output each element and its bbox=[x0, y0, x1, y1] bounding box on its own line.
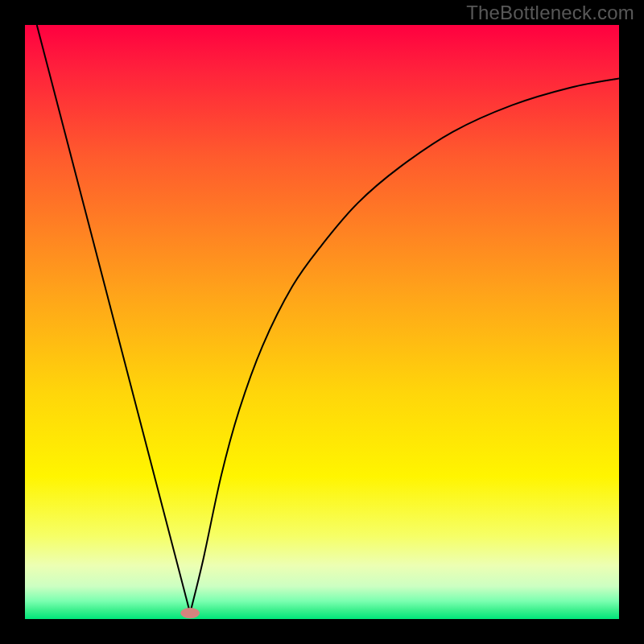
chart-svg bbox=[25, 25, 619, 619]
figure-frame: TheBottleneck.com bbox=[0, 0, 644, 644]
plot-area bbox=[25, 25, 619, 619]
watermark-label: TheBottleneck.com bbox=[466, 2, 634, 24]
minimum-marker bbox=[180, 608, 200, 618]
